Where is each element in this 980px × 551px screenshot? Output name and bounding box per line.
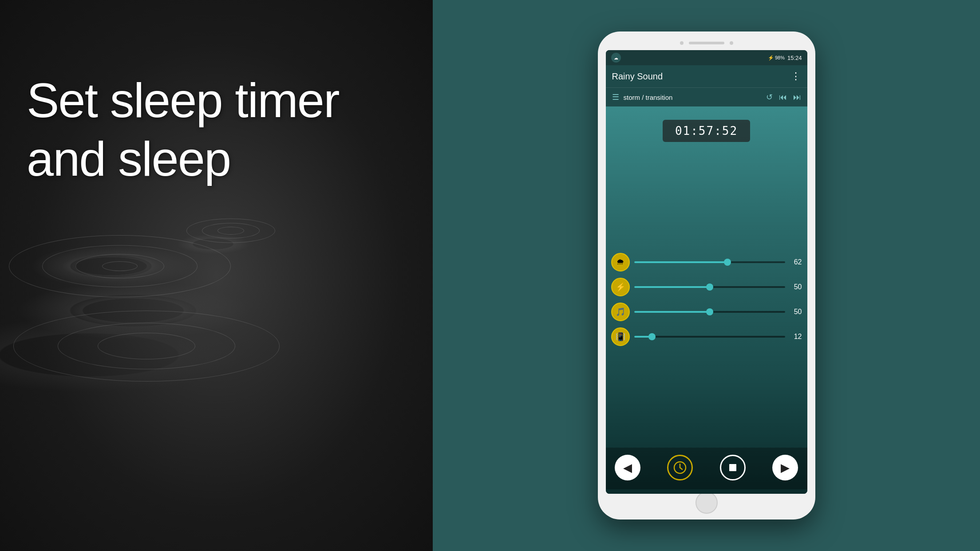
vibration-value: 12 <box>790 333 802 341</box>
ripple-10 <box>217 227 244 235</box>
sub-header-left: ☰ storm / transition <box>612 92 673 102</box>
app-notification-icon: ☁ <box>611 53 621 63</box>
timer-button[interactable] <box>667 455 693 480</box>
stop-button[interactable] <box>720 455 746 480</box>
music-icon: 🎵 <box>611 303 630 321</box>
menu-icon[interactable]: ☰ <box>612 92 619 102</box>
rain-value: 62 <box>790 258 802 266</box>
vibration-icon: 📳 <box>611 327 630 346</box>
rain-slider-track[interactable] <box>634 261 785 263</box>
thunder-slider-track[interactable] <box>634 286 785 288</box>
timer-box: 01:57:52 <box>663 120 750 142</box>
main-content: 01:57:52 🌧 62 <box>606 106 807 494</box>
rain-icon: 🌧 <box>611 253 630 272</box>
speaker-dot-left <box>680 41 684 45</box>
phone-top-bar <box>606 39 807 47</box>
vibration-slider-row: 📳 12 <box>611 327 802 346</box>
next-button[interactable]: ▶ <box>772 455 798 480</box>
svg-rect-3 <box>729 464 736 471</box>
rain-thumb[interactable] <box>724 259 731 266</box>
thunder-track-fill <box>634 286 710 288</box>
speaker-dot-right <box>730 41 733 45</box>
timer-display-area: 01:57:52 <box>606 120 807 142</box>
rain-slider-row: 🌧 62 <box>611 253 802 272</box>
lightning-icon: ⚡ <box>768 55 774 61</box>
ripple-4 <box>102 261 138 271</box>
phone-screen: ☁ ⚡ 98% 15:24 Rainy Sound ⋮ <box>606 50 807 494</box>
bottom-controls: ◀ <box>606 448 807 489</box>
more-options-icon[interactable]: ⋮ <box>791 71 801 82</box>
home-button[interactable] <box>695 492 718 514</box>
battery-percent: 98% <box>775 55 785 60</box>
vibration-thumb[interactable] <box>648 333 656 340</box>
timer-value: 01:57:52 <box>675 124 738 138</box>
prev-track-icon[interactable]: ⏮ <box>779 93 787 102</box>
sub-header: ☰ storm / transition ↺ ⏮ ⏭ <box>606 87 807 106</box>
sliders-section: 🌧 62 ⚡ <box>606 248 807 350</box>
phone-wrapper: ☁ ⚡ 98% 15:24 Rainy Sound ⋮ <box>433 0 980 551</box>
phone-bottom <box>606 494 807 512</box>
speaker-bar <box>689 42 724 44</box>
clock-icon <box>673 460 687 475</box>
status-bar-right: ⚡ 98% 15:24 <box>768 55 802 61</box>
prev-arrow-icon: ◀ <box>623 462 632 473</box>
battery-icon: ⚡ 98% <box>768 55 785 61</box>
ripple-7 <box>98 333 195 359</box>
background-left: Set sleep timer and sleep <box>0 0 433 551</box>
music-thumb[interactable] <box>706 308 713 315</box>
tagline-line1: Set sleep timer <box>27 73 339 127</box>
tagline-line2: and sleep <box>27 131 230 186</box>
vibration-slider-track[interactable] <box>634 336 785 338</box>
next-arrow-icon: ▶ <box>781 462 790 473</box>
tagline: Set sleep timer and sleep <box>27 71 339 188</box>
svg-line-2 <box>680 468 682 469</box>
thunder-thumb[interactable] <box>706 283 713 291</box>
thunder-slider-row: ⚡ 50 <box>611 278 802 296</box>
music-slider-track[interactable] <box>634 311 785 313</box>
prev-button[interactable]: ◀ <box>615 455 640 480</box>
status-time: 15:24 <box>787 55 802 61</box>
vibration-track-bg <box>634 336 785 338</box>
app-title: Rainy Sound <box>612 71 663 82</box>
track-name: storm / transition <box>624 94 673 101</box>
music-slider-row: 🎵 50 <box>611 303 802 321</box>
status-bar: ☁ ⚡ 98% 15:24 <box>606 50 807 65</box>
rain-track-fill <box>634 261 728 263</box>
music-track-fill <box>634 311 710 313</box>
stop-icon <box>727 461 739 474</box>
playback-controls: ↺ ⏮ ⏭ <box>766 92 801 102</box>
status-bar-left: ☁ <box>611 53 621 63</box>
thunder-icon: ⚡ <box>611 278 630 296</box>
music-value: 50 <box>790 308 802 316</box>
thunder-value: 50 <box>790 283 802 291</box>
phone-frame: ☁ ⚡ 98% 15:24 Rainy Sound ⋮ <box>598 31 815 520</box>
app-header: Rainy Sound ⋮ <box>606 65 807 87</box>
next-track-icon[interactable]: ⏭ <box>793 93 801 102</box>
refresh-icon[interactable]: ↺ <box>766 92 773 102</box>
